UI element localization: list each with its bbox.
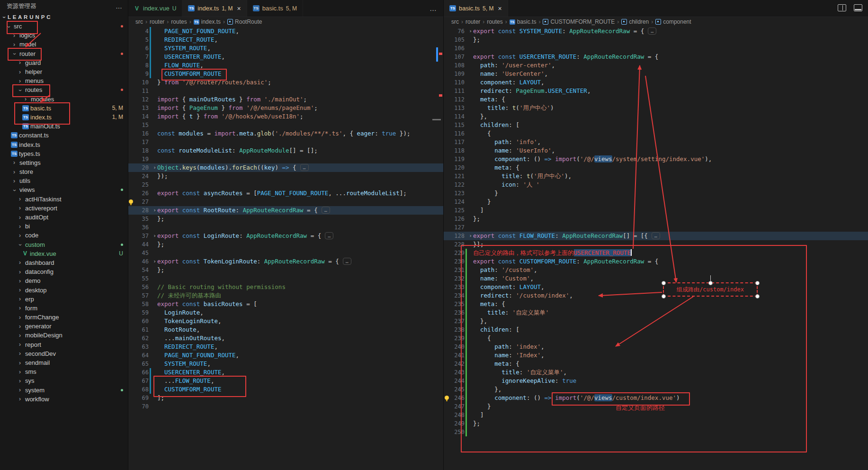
code-line-105[interactable]: 105}; bbox=[444, 36, 868, 44]
code-line-12[interactable]: 12import { mainOutRoutes } from './mainO… bbox=[128, 95, 443, 104]
breadcrumb-item-routes[interactable]: routes bbox=[171, 18, 187, 25]
breadcrumb-item-RootRoute[interactable]: RootRoute bbox=[227, 18, 262, 25]
code-line-5[interactable]: 5 REDIRECT_ROUTE, bbox=[128, 36, 443, 44]
tree-item-dashboard[interactable]: ›dashboard bbox=[0, 258, 128, 267]
folded-region-indicator[interactable]: … bbox=[648, 27, 656, 35]
fold-chevron-icon[interactable]: › bbox=[468, 27, 473, 36]
code-line-243[interactable]: 243 title: '自定义菜单', bbox=[444, 368, 868, 377]
fold-chevron-icon[interactable]: › bbox=[152, 257, 157, 266]
code-line-118[interactable]: 118 name: 'UserInfo', bbox=[444, 146, 868, 155]
close-icon[interactable]: × bbox=[237, 5, 241, 12]
code-line-233[interactable]: 233 component: LAYOUT, bbox=[444, 283, 868, 291]
code-line-26[interactable]: 26export const asyncRoutes = [PAGE_NOT_F… bbox=[128, 189, 443, 198]
tree-item-menus[interactable]: ›menus bbox=[0, 76, 128, 85]
tree-item-routes[interactable]: ›routes bbox=[0, 85, 128, 94]
tree-item-model[interactable]: ›model bbox=[0, 40, 128, 49]
tab-more-actions-icon[interactable]: … bbox=[423, 4, 443, 12]
tab-basic.ts[interactable]: TSbasic.ts5, M× bbox=[444, 0, 508, 17]
code-line-107[interactable]: 107export const USERCENTER_ROUTE: AppRou… bbox=[444, 53, 868, 61]
code-line-116[interactable]: 116 { bbox=[444, 129, 868, 138]
code-line-37[interactable]: 37›export const LoginRoute: AppRouteReco… bbox=[128, 232, 443, 240]
tree-item-custom[interactable]: ›custom bbox=[0, 240, 128, 249]
code-line-230[interactable]: 230export const CUSTOMFORM_ROUTE: AppRou… bbox=[444, 257, 868, 266]
code-line-11[interactable]: 11 bbox=[128, 87, 443, 95]
lightbulb-icon[interactable] bbox=[129, 199, 133, 204]
code-line-57[interactable]: 57// 未经许可的基本路由 bbox=[128, 291, 443, 300]
code-line-6[interactable]: 6 SYSTEM_ROUTE, bbox=[128, 44, 443, 53]
code-line-244[interactable]: 244 ignoreKeepAlive: true bbox=[444, 377, 868, 385]
code-line-241[interactable]: 241 name: 'Index', bbox=[444, 351, 868, 360]
tab-basic.ts[interactable]: TSbasic.ts5, M bbox=[247, 0, 303, 17]
tree-item-guard[interactable]: ›guard bbox=[0, 58, 128, 67]
code-line-245[interactable]: 245 }, bbox=[444, 385, 868, 394]
code-line-120[interactable]: 120 meta: { bbox=[444, 163, 868, 172]
code-line-246[interactable]: 246 component: () => import('/@/views/cu… bbox=[444, 394, 868, 402]
code-area-2[interactable]: 76›export const SYSTEM_ROUTE: AppRouteRe… bbox=[444, 27, 868, 470]
code-line-240[interactable]: 240 path: 'index', bbox=[444, 343, 868, 351]
code-line-110[interactable]: 110 component: LAYOUT, bbox=[444, 78, 868, 87]
folded-region-indicator[interactable]: … bbox=[325, 232, 333, 239]
code-line-15[interactable]: 15 bbox=[128, 121, 443, 129]
tab-index.vue[interactable]: Vindex.vueU bbox=[128, 0, 182, 17]
tree-item-views[interactable]: ›views bbox=[0, 185, 128, 194]
code-line-106[interactable]: 106 bbox=[444, 44, 868, 53]
explorer-more-actions-icon[interactable]: … bbox=[116, 2, 122, 10]
tree-item-logics[interactable]: ›logics bbox=[0, 31, 128, 40]
code-line-122[interactable]: 122 icon: '人 ' bbox=[444, 181, 868, 189]
code-line-14[interactable]: 14import { t } from '/@/hooks/web/useI18… bbox=[128, 112, 443, 121]
code-line-239[interactable]: 239 { bbox=[444, 334, 868, 343]
code-line-35[interactable]: 35}; bbox=[128, 215, 443, 223]
tree-item-system[interactable]: ›system bbox=[0, 386, 128, 395]
code-line-112[interactable]: 112 meta: { bbox=[444, 95, 868, 104]
code-line-7[interactable]: 7 USERCENTER_ROUTE, bbox=[128, 53, 443, 61]
layout-icon[interactable] bbox=[854, 4, 862, 11]
code-line-61[interactable]: 61 RootRoute, bbox=[128, 325, 443, 334]
fold-chevron-icon[interactable]: › bbox=[152, 232, 157, 240]
code-line-248[interactable]: 248 ] bbox=[444, 411, 868, 419]
code-line-125[interactable]: 125 ] bbox=[444, 206, 868, 215]
breadcrumb-item-router[interactable]: router bbox=[465, 18, 480, 25]
breadcrumb-item-router[interactable]: router bbox=[150, 18, 164, 25]
tree-item-bi[interactable]: ›bi bbox=[0, 222, 128, 231]
code-line-56[interactable]: 56// Basic routing without permissions bbox=[128, 283, 443, 291]
code-line-236[interactable]: 236 title: '自定义菜单' bbox=[444, 308, 868, 317]
code-line-250[interactable]: 250 bbox=[444, 428, 868, 436]
code-line-249[interactable]: 249}; bbox=[444, 419, 868, 428]
code-line-46[interactable]: 46›export const TokenLoginRoute: AppRout… bbox=[128, 257, 443, 266]
tree-item-basic.ts[interactable]: TSbasic.ts5, M bbox=[0, 104, 128, 113]
code-line-59[interactable]: 59 LoginRoute, bbox=[128, 308, 443, 317]
code-line-119[interactable]: 119 component: () => import('/@/views/sy… bbox=[444, 155, 868, 163]
code-line-65[interactable]: 65 SYSTEM_ROUTE, bbox=[128, 360, 443, 368]
code-line-54[interactable]: 54}; bbox=[128, 266, 443, 274]
code-line-69[interactable]: 69]; bbox=[128, 394, 443, 402]
code-line-28[interactable]: 28›export const RootRoute: AppRouteRecor… bbox=[128, 206, 443, 215]
code-line-18[interactable]: 18const routeModuleList: AppRouteModule[… bbox=[128, 146, 443, 155]
tree-item-sendmail[interactable]: ›sendmail bbox=[0, 358, 128, 367]
code-line-4[interactable]: 4 PAGE_NOT_FOUND_ROUTE, bbox=[128, 27, 443, 36]
code-line-68[interactable]: 68 CUSTOMFORM_ROUTE bbox=[128, 385, 443, 394]
code-line-16[interactable]: 16const modules = import.meta.glob('./mo… bbox=[128, 129, 443, 138]
split-editor-icon[interactable] bbox=[838, 4, 846, 11]
code-line-60[interactable]: 60 TokenLoginRoute, bbox=[128, 317, 443, 325]
tree-item-helper[interactable]: ›helper bbox=[0, 67, 128, 76]
code-line-27[interactable]: 27 bbox=[128, 198, 443, 206]
tree-item-workflow[interactable]: ›workflow bbox=[0, 395, 128, 404]
tree-item-index.vue[interactable]: Vindex.vueU bbox=[0, 249, 128, 258]
breadcrumb-item-CUSTOMFORM_ROUTE[interactable]: CUSTOMFORM_ROUTE bbox=[543, 18, 615, 25]
code-line-247[interactable]: 247 } bbox=[444, 402, 868, 411]
folded-region-indicator[interactable]: … bbox=[652, 232, 660, 239]
code-line-123[interactable]: 123 } bbox=[444, 189, 868, 198]
tab-index.ts[interactable]: TSindex.ts1, M× bbox=[182, 0, 247, 17]
tree-item-types.ts[interactable]: TStypes.ts bbox=[0, 149, 128, 158]
code-line-114[interactable]: 114 }, bbox=[444, 112, 868, 121]
tree-item-modules[interactable]: ›modules bbox=[0, 95, 128, 104]
code-area-1[interactable]: 4 PAGE_NOT_FOUND_ROUTE,5 REDIRECT_ROUTE,… bbox=[128, 27, 443, 470]
tree-item-report[interactable]: ›report bbox=[0, 340, 128, 349]
breadcrumb-item-src[interactable]: src bbox=[451, 18, 459, 25]
breadcrumb-item-children[interactable]: children bbox=[621, 18, 649, 25]
breadcrumb-item-basic.ts[interactable]: TSbasic.ts bbox=[510, 18, 537, 25]
code-line-24[interactable]: 24}); bbox=[128, 172, 443, 181]
lightbulb-icon[interactable] bbox=[445, 396, 449, 400]
code-line-113[interactable]: 113 title: t('用户中心') bbox=[444, 104, 868, 112]
tree-item-activereport[interactable]: ›activereport bbox=[0, 204, 128, 213]
